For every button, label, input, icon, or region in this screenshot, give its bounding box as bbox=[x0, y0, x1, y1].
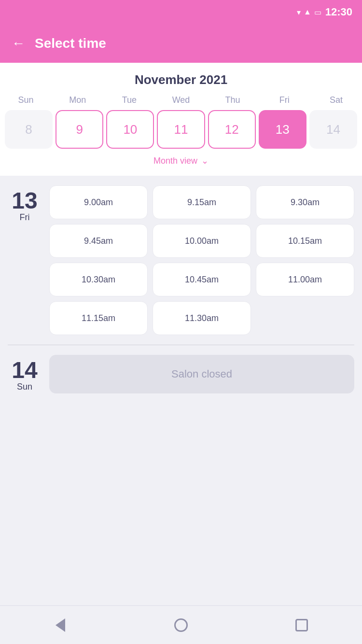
time-slot-1130am[interactable]: 11.30am bbox=[153, 301, 251, 335]
day-header-fri: Fri bbox=[259, 95, 310, 105]
back-nav-icon bbox=[56, 618, 65, 632]
month-view-toggle[interactable]: Month view ⌄ bbox=[0, 149, 362, 171]
nav-home-button[interactable] bbox=[171, 616, 191, 635]
time-slot-900am[interactable]: 9.00am bbox=[49, 185, 148, 219]
day-header-sun: Sun bbox=[0, 95, 52, 105]
day-headers: Sun Mon Tue Wed Thu Fri Sat bbox=[0, 95, 362, 105]
time-slot-1030am[interactable]: 10.30am bbox=[49, 263, 148, 296]
day-header-tue: Tue bbox=[103, 95, 155, 105]
dates-row: 8 9 10 11 12 13 14 bbox=[0, 110, 362, 149]
salon-closed-box: Salon closed bbox=[49, 355, 354, 393]
app-header: ← Select time bbox=[0, 24, 362, 63]
date-cell-13[interactable]: 13 bbox=[259, 110, 306, 149]
page-title: Select time bbox=[35, 36, 106, 51]
slots-section: 13 Fri 9.00am 9.15am 9.30am 9.45am 10.00… bbox=[0, 176, 362, 403]
day-13-number: 13 bbox=[12, 189, 37, 212]
time-slot-1115am[interactable]: 11.15am bbox=[49, 301, 148, 335]
day-header-wed: Wed bbox=[155, 95, 207, 105]
day-13-group: 13 Fri 9.00am 9.15am 9.30am 9.45am 10.00… bbox=[8, 185, 354, 335]
day-14-group: 14 Sun Salon closed bbox=[8, 355, 354, 393]
date-cell-14[interactable]: 14 bbox=[309, 110, 357, 149]
date-cell-10[interactable]: 10 bbox=[106, 110, 154, 149]
time-slot-1000am[interactable]: 10.00am bbox=[153, 224, 251, 258]
time-slot-1045am[interactable]: 10.45am bbox=[153, 263, 251, 296]
status-icons: ▾ ▲ ▭ bbox=[297, 8, 321, 17]
nav-back-button[interactable] bbox=[51, 616, 70, 635]
divider bbox=[8, 345, 354, 345]
month-view-label: Month view bbox=[153, 156, 197, 166]
day-13-label: 13 Fri bbox=[8, 185, 42, 335]
time-slot-945am[interactable]: 9.45am bbox=[49, 224, 148, 258]
wifi-icon: ▾ bbox=[297, 8, 301, 17]
month-year-label: November 2021 bbox=[0, 72, 362, 87]
chevron-down-icon: ⌄ bbox=[201, 155, 209, 166]
date-cell-8[interactable]: 8 bbox=[5, 110, 53, 149]
recents-nav-icon bbox=[295, 619, 308, 631]
battery-icon: ▭ bbox=[314, 8, 321, 17]
day-14-name: Sun bbox=[17, 382, 32, 392]
day-13-time-grid: 9.00am 9.15am 9.30am 9.45am 10.00am 10.1… bbox=[49, 185, 354, 335]
nav-recents-button[interactable] bbox=[292, 616, 311, 635]
calendar-section: November 2021 Sun Mon Tue Wed Thu Fri Sa… bbox=[0, 63, 362, 176]
day-header-thu: Thu bbox=[207, 95, 259, 105]
day-header-sat: Sat bbox=[310, 95, 362, 105]
time-slot-915am[interactable]: 9.15am bbox=[153, 185, 251, 219]
home-nav-icon bbox=[174, 618, 188, 632]
day-14-number: 14 bbox=[12, 359, 37, 382]
date-cell-9[interactable]: 9 bbox=[56, 110, 103, 149]
status-time: 12:30 bbox=[325, 6, 352, 18]
day-header-mon: Mon bbox=[52, 95, 103, 105]
date-cell-12[interactable]: 12 bbox=[208, 110, 256, 149]
time-slot-1015am[interactable]: 10.15am bbox=[256, 224, 354, 258]
day-13-name: Fri bbox=[20, 212, 30, 223]
day-14-label: 14 Sun bbox=[8, 355, 42, 392]
date-cell-11[interactable]: 11 bbox=[157, 110, 205, 149]
back-button[interactable]: ← bbox=[12, 37, 25, 50]
time-slot-1100am[interactable]: 11.00am bbox=[256, 263, 354, 296]
signal-icon: ▲ bbox=[304, 8, 311, 16]
salon-closed-label: Salon closed bbox=[171, 368, 232, 380]
bottom-nav bbox=[0, 605, 362, 644]
time-slot-930am[interactable]: 9.30am bbox=[256, 185, 354, 219]
status-bar: ▾ ▲ ▭ 12:30 bbox=[0, 0, 362, 24]
